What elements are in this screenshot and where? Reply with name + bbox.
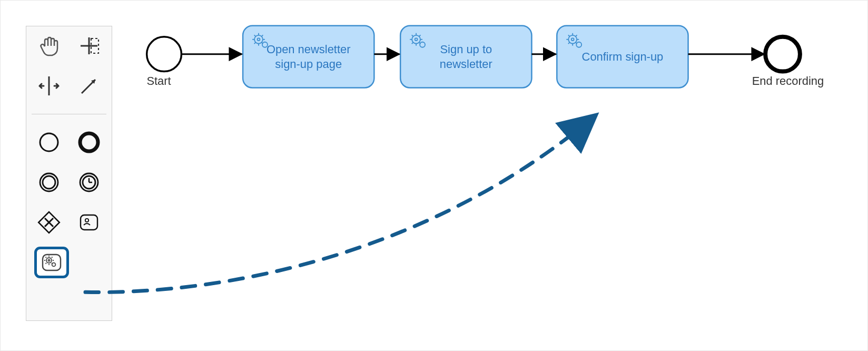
svg-point-46 (765, 37, 800, 72)
user-task-icon (77, 211, 101, 234)
palette-separator (32, 114, 106, 114)
service-task-icon (40, 251, 63, 274)
user-task-tool[interactable] (74, 209, 104, 236)
svg-line-26 (46, 257, 47, 258)
task-confirm[interactable]: Confirm sign-up (557, 26, 688, 88)
end-event-tool[interactable] (74, 129, 104, 155)
svg-rect-19 (43, 255, 61, 270)
end-event-node[interactable] (765, 37, 800, 72)
start-event-tool[interactable] (34, 129, 64, 155)
end-event-icon (77, 131, 101, 154)
gateway-icon (37, 211, 61, 234)
task-open-newsletter[interactable]: Open newsletter sign-up page (243, 26, 374, 88)
svg-point-9 (43, 176, 55, 189)
task-label: Confirm sign-up (582, 50, 664, 63)
task-sign-up[interactable]: Sign up to newsletter (400, 26, 531, 88)
lasso-icon (77, 34, 101, 57)
tool-palette (26, 26, 112, 321)
hand-icon (37, 34, 61, 57)
svg-point-18 (85, 219, 88, 222)
service-task-tool[interactable] (37, 249, 66, 276)
svg-line-28 (46, 263, 47, 264)
svg-line-29 (52, 257, 53, 258)
diagram-canvas[interactable]: Start Open newsletter sign-up page Sign … (1, 1, 867, 350)
intermediate-event-icon (37, 171, 61, 194)
guidance-arrow (85, 116, 595, 292)
task-label: Open newsletter (267, 43, 351, 56)
connect-arrow-icon (77, 74, 101, 97)
svg-point-6 (40, 133, 58, 151)
start-event-node[interactable] (147, 37, 182, 72)
space-tool[interactable] (34, 73, 64, 99)
end-event-label: End recording (752, 74, 824, 87)
timer-event-icon (77, 171, 101, 194)
hand-tool[interactable] (34, 33, 64, 59)
svg-point-20 (46, 258, 52, 263)
start-event-label: Start (146, 74, 171, 87)
task-label: newsletter (440, 57, 492, 71)
connect-tool[interactable] (74, 73, 104, 99)
svg-point-30 (52, 263, 56, 267)
timer-event-tool[interactable] (74, 169, 104, 196)
svg-point-21 (48, 259, 50, 261)
svg-point-42 (147, 37, 182, 72)
svg-rect-17 (81, 215, 97, 230)
task-label: sign-up page (275, 57, 342, 71)
space-icon (37, 74, 61, 97)
task-label: Sign up to (440, 43, 492, 56)
intermediate-event-tool[interactable] (34, 169, 64, 196)
start-event-icon (37, 131, 61, 154)
svg-point-7 (80, 133, 98, 151)
diagram-stage: Start Open newsletter sign-up page Sign … (0, 0, 868, 351)
lasso-tool[interactable] (74, 33, 104, 59)
gateway-tool[interactable] (34, 209, 64, 236)
